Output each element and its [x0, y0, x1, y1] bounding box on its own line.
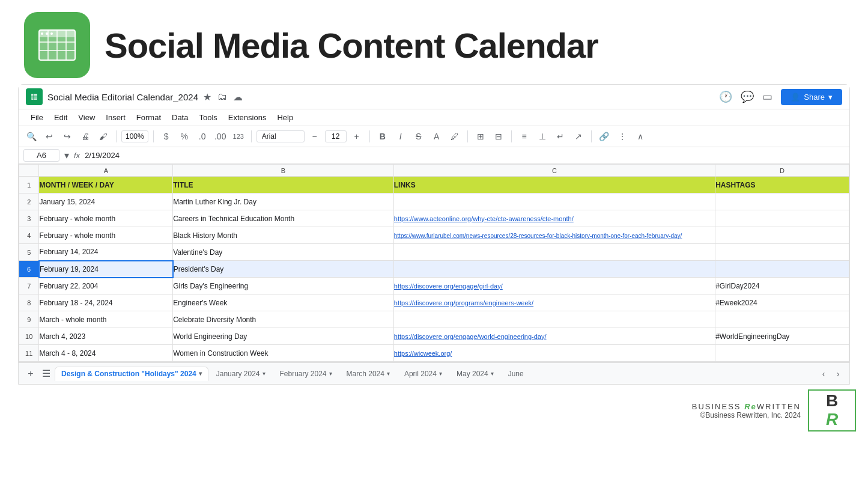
- print-button[interactable]: 🖨: [77, 129, 93, 144]
- font-size-inc-button[interactable]: +: [349, 129, 365, 144]
- cell-d2[interactable]: [715, 194, 849, 210]
- sheet-tab-march[interactable]: March 2024 ▾: [340, 367, 396, 381]
- merge-button[interactable]: ⊟: [491, 129, 506, 144]
- link-c3[interactable]: https://www.acteonline.org/why-cte/cte-a…: [394, 215, 574, 222]
- cell-d3[interactable]: [715, 210, 849, 227]
- cell-a3[interactable]: February - whole month: [39, 210, 173, 227]
- percent-button[interactable]: %: [177, 129, 192, 144]
- rotate-button[interactable]: ↗: [571, 129, 586, 144]
- menu-edit[interactable]: Edit: [49, 111, 72, 124]
- add-sheet-button[interactable]: +: [23, 367, 38, 381]
- cell-d11[interactable]: [715, 345, 849, 362]
- april-tab-arrow[interactable]: ▾: [439, 370, 442, 377]
- cell-a2[interactable]: January 15, 2024: [39, 194, 173, 210]
- cell-a5[interactable]: February 14, 2024: [39, 244, 173, 261]
- cell-d10[interactable]: #WorldEngineeringDay: [715, 328, 849, 345]
- cell-c7[interactable]: https://discovere.org/engage/girl-day/: [393, 278, 715, 294]
- more-button[interactable]: ⋮: [615, 129, 630, 144]
- header-cell-b[interactable]: TITLE: [173, 177, 394, 194]
- header-cell-c[interactable]: LINKS: [393, 177, 715, 194]
- cell-c3[interactable]: https://www.acteonline.org/why-cte/cte-a…: [393, 210, 715, 227]
- cell-c10[interactable]: https://discovere.org/engage/world-engin…: [393, 328, 715, 345]
- menu-view[interactable]: View: [73, 111, 100, 124]
- active-tab-arrow[interactable]: ▾: [199, 370, 202, 377]
- format-num-button[interactable]: 123: [231, 129, 246, 144]
- january-tab-arrow[interactable]: ▾: [263, 370, 266, 377]
- col-header-c[interactable]: C: [393, 165, 715, 177]
- italic-button[interactable]: I: [393, 129, 408, 144]
- menu-data[interactable]: Data: [167, 111, 193, 124]
- cell-c9[interactable]: [393, 311, 715, 328]
- link-c7[interactable]: https://discovere.org/engage/girl-day/: [394, 282, 503, 290]
- cell-c5[interactable]: [393, 244, 715, 261]
- collapse-button[interactable]: ∧: [633, 129, 648, 144]
- folder-icon[interactable]: 🗂: [217, 91, 227, 102]
- cell-b6[interactable]: President's Day: [173, 261, 394, 278]
- formula-value[interactable]: 2/19/2024: [85, 151, 845, 160]
- cell-c11[interactable]: https://wicweek.org/: [393, 345, 715, 362]
- sheet-tab-june[interactable]: June: [502, 367, 530, 381]
- cell-d6[interactable]: [715, 261, 849, 278]
- valign-button[interactable]: ⊥: [535, 129, 550, 144]
- menu-extensions[interactable]: Extensions: [223, 111, 272, 124]
- link-c4[interactable]: https://www.furiarubel.com/news-resource…: [394, 233, 682, 239]
- cell-d9[interactable]: [715, 311, 849, 328]
- menu-help[interactable]: Help: [272, 111, 298, 124]
- link-c11[interactable]: https://wicweek.org/: [394, 350, 452, 357]
- comment-icon[interactable]: 💬: [741, 90, 754, 103]
- strikethrough-button[interactable]: S: [411, 129, 426, 144]
- align-button[interactable]: ≡: [517, 129, 532, 144]
- cell-a11[interactable]: March 4 - 8, 2024: [39, 345, 173, 362]
- sheet-tab-april[interactable]: April 2024 ▾: [398, 367, 449, 381]
- header-cell-d[interactable]: HASHTAGS: [715, 177, 849, 194]
- cell-c6[interactable]: [393, 261, 715, 278]
- text-color-button[interactable]: A: [429, 129, 445, 144]
- cell-c2[interactable]: [393, 194, 715, 210]
- menu-format[interactable]: Format: [132, 111, 166, 124]
- cell-d7[interactable]: #GirlDay2024: [715, 278, 849, 294]
- share-button[interactable]: 👤 Share ▾: [781, 89, 842, 105]
- tabs-prev-button[interactable]: ‹: [817, 367, 830, 380]
- cell-c4[interactable]: https://www.furiarubel.com/news-resource…: [393, 227, 715, 244]
- cell-a10[interactable]: March 4, 2023: [39, 328, 173, 345]
- cell-c8[interactable]: https://discovere.org/programs/engineers…: [393, 294, 715, 311]
- cell-a7[interactable]: February 22, 2004: [39, 278, 173, 294]
- col-header-a[interactable]: A: [39, 165, 173, 177]
- insert-link-button[interactable]: 🔗: [596, 129, 612, 144]
- redo-button[interactable]: ↪: [59, 129, 75, 144]
- link-c8[interactable]: https://discovere.org/programs/engineers…: [394, 299, 533, 306]
- col-header-b[interactable]: B: [173, 165, 394, 177]
- cell-reference[interactable]: A6: [23, 149, 59, 162]
- font-size-input[interactable]: 12: [325, 130, 347, 142]
- march-tab-arrow[interactable]: ▾: [387, 370, 390, 377]
- cell-a4[interactable]: February - whole month: [39, 227, 173, 244]
- decimal-inc-button[interactable]: .00: [213, 129, 228, 144]
- header-cell-a[interactable]: MONTH / WEEK / DAY: [39, 177, 173, 194]
- search-button[interactable]: 🔍: [23, 129, 39, 144]
- sheet-tab-february[interactable]: February 2024 ▾: [273, 367, 339, 381]
- undo-button[interactable]: ↩: [41, 129, 57, 144]
- currency-button[interactable]: $: [159, 129, 174, 144]
- link-c10[interactable]: https://discovere.org/engage/world-engin…: [394, 333, 547, 340]
- menu-insert[interactable]: Insert: [101, 111, 130, 124]
- cell-b10[interactable]: World Engineering Day: [173, 328, 394, 345]
- sheet-menu-button[interactable]: ☰: [39, 367, 53, 381]
- paint-format-button[interactable]: 🖌: [96, 129, 111, 144]
- highlight-button[interactable]: 🖊: [447, 129, 463, 144]
- cell-b5[interactable]: Valentine's Day: [173, 244, 394, 261]
- cell-a8[interactable]: February 18 - 24, 2024: [39, 294, 173, 311]
- wrap-button[interactable]: ↵: [553, 129, 568, 144]
- zoom-control[interactable]: 100%: [121, 130, 148, 142]
- february-tab-arrow[interactable]: ▾: [329, 370, 332, 377]
- font-selector[interactable]: Arial: [256, 130, 305, 142]
- may-tab-arrow[interactable]: ▾: [491, 370, 494, 377]
- cloud-icon[interactable]: ☁: [233, 91, 243, 103]
- decimal-dec-button[interactable]: .0: [195, 129, 210, 144]
- cell-a6[interactable]: February 19, 2024: [39, 261, 173, 278]
- cell-b3[interactable]: Careers in Technical Education Month: [173, 210, 394, 227]
- cell-b2[interactable]: Martin Luther King Jr. Day: [173, 194, 394, 210]
- tabs-next-button[interactable]: ›: [831, 367, 845, 380]
- sheet-tab-january[interactable]: January 2024 ▾: [210, 367, 272, 381]
- font-size-dec-button[interactable]: −: [307, 129, 323, 144]
- menu-tools[interactable]: Tools: [194, 111, 222, 124]
